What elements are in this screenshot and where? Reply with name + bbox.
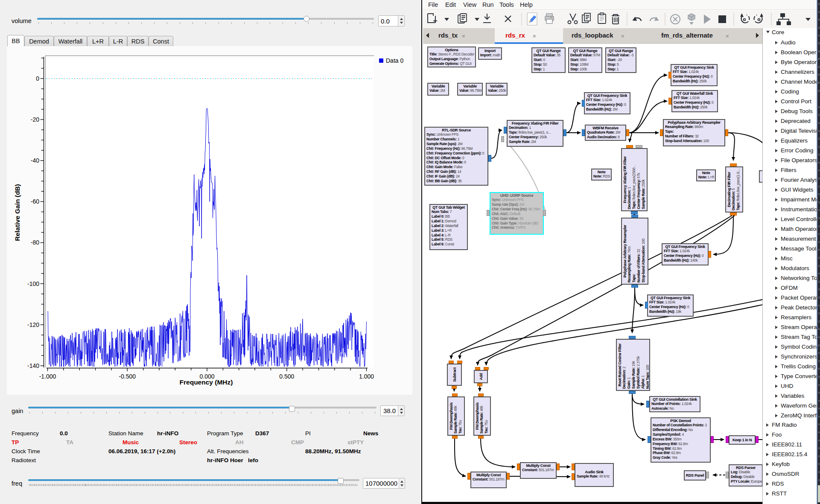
svg-text:Frequency (MHz): Frequency (MHz) [180, 379, 233, 386]
svg-text:-20: -20 [31, 116, 39, 123]
svg-text:-1.000: -1.000 [39, 373, 56, 380]
svg-text:Relative Gain (dB): Relative Gain (dB) [14, 184, 21, 241]
svg-text:-100: -100 [27, 280, 39, 287]
svg-text:-0.500: -0.500 [119, 373, 136, 380]
svg-text:-120: -120 [27, 321, 39, 328]
svg-text:0.500: 0.500 [279, 373, 294, 380]
svg-text:1.000: 1.000 [359, 373, 374, 380]
svg-text:Data 0: Data 0 [386, 57, 403, 64]
svg-text:0: 0 [36, 75, 39, 82]
svg-text:-60: -60 [31, 198, 39, 205]
svg-text:-40: -40 [31, 157, 39, 164]
svg-text:-140: -140 [27, 362, 39, 369]
svg-text:-80: -80 [31, 239, 39, 246]
